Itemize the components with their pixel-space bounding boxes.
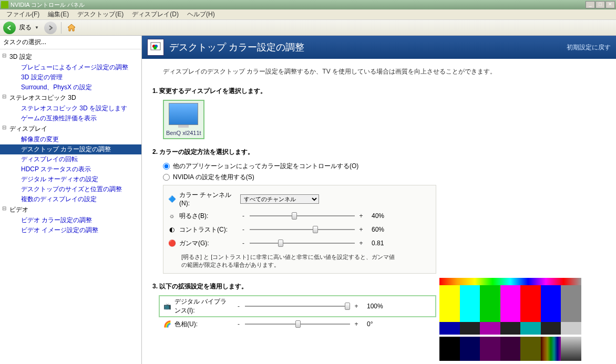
tree-item[interactable]: ステレオスコピック 3D を設定します bbox=[0, 103, 141, 113]
radio-nvidia[interactable] bbox=[163, 174, 170, 181]
toolbar-separator bbox=[61, 22, 61, 34]
hue-value: 0° bbox=[363, 320, 384, 328]
vibrance-slider[interactable] bbox=[245, 301, 350, 311]
minus-icon: - bbox=[240, 226, 247, 233]
back-button[interactable] bbox=[3, 22, 16, 34]
tree-item-selected[interactable]: デスクトップ カラー設定の調整 bbox=[0, 144, 141, 154]
page-header-icon bbox=[147, 39, 164, 56]
vibrance-icon: 📺 bbox=[163, 302, 171, 310]
radio-nvidia-label: NVIDIA の設定を使用する(S) bbox=[173, 173, 254, 182]
plus-icon: + bbox=[358, 226, 364, 233]
tree-item[interactable]: ゲームの互換性評価を表示 bbox=[0, 113, 141, 123]
channel-icon: 🔷 bbox=[168, 195, 176, 203]
hue-icon: 🌈 bbox=[163, 320, 171, 328]
menu-display[interactable]: ディスプレイ(D) bbox=[128, 9, 183, 20]
gamma-label: ガンマ(G): bbox=[179, 239, 237, 248]
tree-group-stereo[interactable]: ステレオスコピック 3D bbox=[0, 92, 141, 103]
contrast-icon: ◐ bbox=[168, 225, 176, 234]
plus-icon: + bbox=[353, 320, 360, 328]
menu-help[interactable]: ヘルプ(H) bbox=[183, 9, 219, 20]
reference-colorbars bbox=[439, 278, 581, 336]
tree-item[interactable]: ディスプレイの回転 bbox=[0, 154, 141, 164]
page-description: ディスプレイのデスクトップ カラー設定を調整するか、TV を使用している場合は画… bbox=[142, 59, 616, 81]
toolbar: 戻る ▼ bbox=[0, 20, 616, 36]
reference-darkbars bbox=[439, 337, 581, 361]
contrast-label: コントラスト(C): bbox=[179, 225, 237, 234]
monitor-base bbox=[178, 125, 189, 128]
tree-item[interactable]: デスクトップのサイズと位置の調整 bbox=[0, 184, 141, 194]
channel-select[interactable]: すべてのチャンネル bbox=[240, 194, 319, 204]
contrast-value: 60% bbox=[367, 226, 388, 233]
tree-group-video[interactable]: ビデオ bbox=[0, 204, 141, 215]
window-title: NVIDIA コントロール パネル bbox=[11, 1, 585, 9]
tree-group-display[interactable]: ディスプレイ bbox=[0, 123, 141, 134]
svg-point-3 bbox=[153, 46, 157, 49]
tree-item[interactable]: ビデオ カラー設定の調整 bbox=[0, 215, 141, 225]
tree-item[interactable]: Surround、PhysX の設定 bbox=[0, 82, 141, 92]
plus-icon: + bbox=[358, 212, 364, 220]
tree-item[interactable]: 解像度の変更 bbox=[0, 134, 141, 144]
tree-item[interactable]: ビデオ イメージ設定の調整 bbox=[0, 225, 141, 235]
channel-label: カラー チャンネル(N): bbox=[179, 191, 237, 207]
tree-item[interactable]: プレビューによるイメージ設定の調整 bbox=[0, 63, 141, 72]
gamma-warning: [明るさ] と [コントラスト] に非常に高い値と非常に低い値を設定すると、ガン… bbox=[168, 250, 399, 270]
radio-other-apps[interactable] bbox=[163, 163, 170, 170]
monitor-label: BenQ xl2411t bbox=[166, 130, 201, 136]
page-title: デスクトップ カラー設定の調整 bbox=[169, 41, 567, 54]
contrast-slider[interactable] bbox=[250, 225, 355, 234]
gamma-value: 0.81 bbox=[367, 240, 388, 247]
monitor-icon bbox=[169, 103, 198, 125]
section-select-display: 1. 変更するディスプレイを選択します。 BenQ xl2411t bbox=[142, 81, 616, 142]
tree-group-3d[interactable]: 3D 設定 bbox=[0, 51, 141, 63]
minimize-button[interactable]: _ bbox=[586, 1, 595, 8]
tree-item[interactable]: 複数のディスプレイの設定 bbox=[0, 194, 141, 204]
tree-item[interactable]: デジタル オーディオの設定 bbox=[0, 174, 141, 184]
back-label: 戻る bbox=[19, 23, 32, 32]
tree-item[interactable]: HDCP ステータスの表示 bbox=[0, 164, 141, 174]
menu-edit[interactable]: 編集(E) bbox=[44, 9, 73, 20]
minus-icon: - bbox=[240, 240, 247, 247]
brightness-label: 明るさ(B): bbox=[179, 212, 237, 221]
menu-file[interactable]: ファイル(F) bbox=[2, 9, 44, 20]
vibrance-label: デジタル バイブランス(I): bbox=[174, 297, 232, 315]
tree-item[interactable]: 3D 設定の管理 bbox=[0, 72, 141, 82]
reset-link[interactable]: 初期設定に戻す bbox=[567, 43, 611, 52]
section1-title: 1. 変更するディスプレイを選択します。 bbox=[152, 87, 605, 96]
hue-label: 色相(U): bbox=[174, 320, 232, 329]
forward-button[interactable] bbox=[44, 22, 57, 34]
nvidia-icon bbox=[1, 1, 8, 8]
task-tree: 3D 設定 プレビューによるイメージ設定の調整 3D 設定の管理 Surroun… bbox=[0, 49, 141, 237]
gamma-slider[interactable] bbox=[250, 238, 355, 248]
monitor-item[interactable]: BenQ xl2411t bbox=[163, 100, 204, 139]
plus-icon: + bbox=[358, 240, 364, 247]
titlebar: NVIDIA コントロール パネル _ □ ✕ bbox=[0, 0, 616, 9]
menubar: ファイル(F) 編集(E) デスクトップ(E) ディスプレイ(D) ヘルプ(H) bbox=[0, 9, 616, 20]
home-button[interactable] bbox=[66, 22, 77, 34]
section2-title: 2. カラーの設定方法を選択します。 bbox=[152, 148, 605, 157]
page-header: デスクトップ カラー設定の調整 初期設定に戻す bbox=[142, 36, 616, 59]
minus-icon: - bbox=[240, 212, 247, 220]
menu-desktop[interactable]: デスクトップ(E) bbox=[73, 9, 128, 20]
section-color-method: 2. カラーの設定方法を選択します。 他のアプリケーションによってカラー設定をコ… bbox=[142, 142, 616, 277]
back-dropdown[interactable]: ▼ bbox=[35, 25, 39, 30]
brightness-slider[interactable] bbox=[250, 211, 355, 221]
plus-icon: + bbox=[353, 303, 360, 310]
maximize-button[interactable]: □ bbox=[596, 1, 605, 8]
minus-icon: - bbox=[235, 320, 242, 328]
sidebar: タスクの選択... 3D 設定 プレビューによるイメージ設定の調整 3D 設定の… bbox=[0, 36, 142, 364]
gamma-icon: 🔴 bbox=[168, 239, 176, 247]
sidebar-header: タスクの選択... bbox=[0, 36, 141, 49]
vibrance-value: 100% bbox=[363, 303, 384, 310]
content: デスクトップ カラー設定の調整 初期設定に戻す ディスプレイのデスクトップ カラ… bbox=[142, 36, 616, 364]
close-button[interactable]: ✕ bbox=[605, 1, 615, 8]
reference-area: 参照イメージ: 1 2 3 bbox=[439, 278, 581, 364]
brightness-value: 40% bbox=[367, 212, 388, 220]
hue-slider[interactable] bbox=[245, 319, 350, 329]
radio-other-label: 他のアプリケーションによってカラー設定をコントロールする(O) bbox=[173, 162, 358, 171]
minus-icon: - bbox=[235, 303, 242, 310]
brightness-icon: ☼ bbox=[168, 212, 176, 220]
